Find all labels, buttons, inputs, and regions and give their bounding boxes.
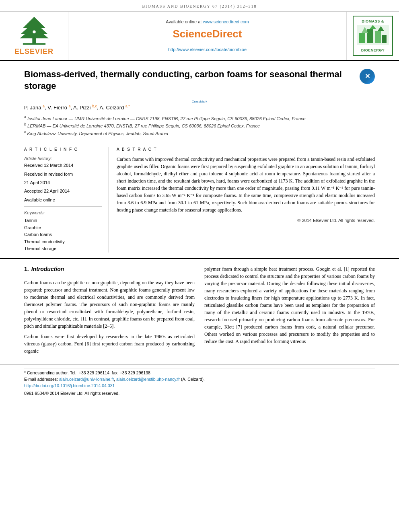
title-section: Biomass-derived, thermally conducting, c…	[0, 61, 399, 141]
revised-label: Received in revised form	[24, 171, 102, 177]
svg-rect-1	[23, 43, 45, 45]
elsevier-url-link[interactable]: http://www.elsevier.com/locate/biombioe	[168, 47, 247, 52]
elsevier-brand: ELSEVIER	[14, 47, 53, 57]
header-section: ELSEVIER Available online at www.science…	[0, 12, 399, 61]
email-footnote: E-mail addresses: alain.celzard@univ-lor…	[24, 376, 375, 383]
column-left: 1. Introduction Carbon foams can be grap…	[24, 265, 195, 358]
footnote-divider	[24, 368, 375, 368]
journal-title: BIOMASS AND BIOENERGY 67 (2014) 312–318	[142, 4, 257, 8]
keywords-section: Keywords: Tannin Graphite Carbon foams T…	[24, 210, 102, 252]
received-date: Received 12 March 2014	[24, 162, 102, 168]
keyword-graphite: Graphite	[24, 225, 102, 231]
doi-footnote: http://dx.doi.org/10.1016/j.biombioe.201…	[24, 383, 375, 389]
history-label: Article history:	[24, 156, 102, 162]
doi-link[interactable]: http://dx.doi.org/10.1016/j.biombioe.201…	[24, 383, 115, 388]
authors: P. Jana a, V. Fierro a, A. Pizzi b,c, A.…	[24, 104, 375, 112]
email-link-2[interactable]: alain.celzard@enstib.uhp-nancy.fr	[116, 377, 180, 382]
copyright-line: © 2014 Elsevier Ltd. All rights reserved…	[117, 218, 375, 224]
sciencedirect-logo: ScienceDirect	[173, 27, 242, 41]
svg-rect-9	[375, 31, 381, 43]
elsevier-logo-block: ELSEVIER	[0, 12, 68, 60]
two-column-layout: 1. Introduction Carbon foams can be grap…	[24, 265, 375, 358]
available-online: Available online	[24, 197, 102, 203]
accepted-date: Accepted 22 April 2014	[24, 188, 102, 194]
keyword-tannin: Tannin	[24, 218, 102, 224]
keywords-label: Keywords:	[24, 210, 102, 216]
body-section: 1. Introduction Carbon foams can be grap…	[0, 259, 399, 362]
svg-rect-8	[367, 29, 373, 43]
content-section: A R T I C L E I N F O Article history: R…	[0, 141, 399, 259]
intro-paragraph-1: Carbon foams can be graphitic or non-gra…	[24, 279, 195, 330]
biomass-logo-top: BIOMASS &	[357, 19, 389, 24]
header-center: Available online at www.sciencedirect.co…	[68, 12, 347, 60]
section-number: 1.	[24, 265, 29, 273]
elsevier-url: http://www.elsevier.com/locate/biombioe	[168, 47, 247, 53]
abstract-section: A B S T R A C T Carbon foams with improv…	[117, 147, 375, 253]
biomass-image-icon	[357, 25, 389, 45]
keyword-thermal-storage: Thermal storage	[24, 246, 102, 252]
biomass-logo: BIOMASS & BIOENERGY	[353, 16, 393, 56]
abstract-text: Carbon foams with improved thermal condu…	[117, 156, 375, 214]
issn-line: 0961-9534/© 2014 Elsevier Ltd. All right…	[24, 390, 375, 396]
available-online-text: Available online at www.sciencedirect.co…	[166, 19, 249, 25]
revised-date: 21 April 2014	[24, 180, 102, 186]
section-title: Introduction	[31, 265, 64, 273]
sciencedirect-url-link[interactable]: www.sciencedirect.com	[203, 19, 249, 24]
journal-logo-block: BIOMASS & BIOENERGY	[347, 12, 399, 60]
keyword-carbon-foams: Carbon foams	[24, 232, 102, 238]
info-divider	[24, 206, 102, 207]
corresponding-footnote: * Corresponding author. Tel.: +33 329 29…	[24, 370, 375, 376]
email-link-1[interactable]: alain.celzard@univ-lorraine.fr	[59, 377, 114, 382]
affiliations: a Institut Jean Lamour — UMR Université …	[24, 115, 375, 136]
intro-paragraph-3: polymer foam through a simple heat treat…	[204, 265, 375, 345]
article-info: A R T I C L E I N F O Article history: R…	[24, 147, 109, 253]
keyword-thermal-conductivity: Thermal conductivity	[24, 239, 102, 245]
abstract-heading: A B S T R A C T	[117, 147, 375, 152]
elsevier-tree-icon	[10, 15, 58, 45]
svg-rect-10	[382, 35, 387, 43]
biomass-logo-bottom: BIOENERGY	[357, 48, 389, 53]
article-title: Biomass-derived, thermally conducting, c…	[24, 69, 375, 92]
crossmark-label: CrossMark	[24, 99, 375, 104]
journal-bar: BIOMASS AND BIOENERGY 67 (2014) 312–318	[0, 0, 399, 12]
article-info-heading: A R T I C L E I N F O	[24, 147, 102, 152]
column-right: polymer foam through a simple heat treat…	[204, 265, 375, 358]
intro-paragraph-2: Carbon foams were first developed by res…	[24, 333, 195, 355]
svg-point-5	[33, 31, 36, 34]
svg-rect-7	[359, 33, 365, 43]
footnote-section: * Corresponding author. Tel.: +33 329 29…	[0, 364, 399, 396]
